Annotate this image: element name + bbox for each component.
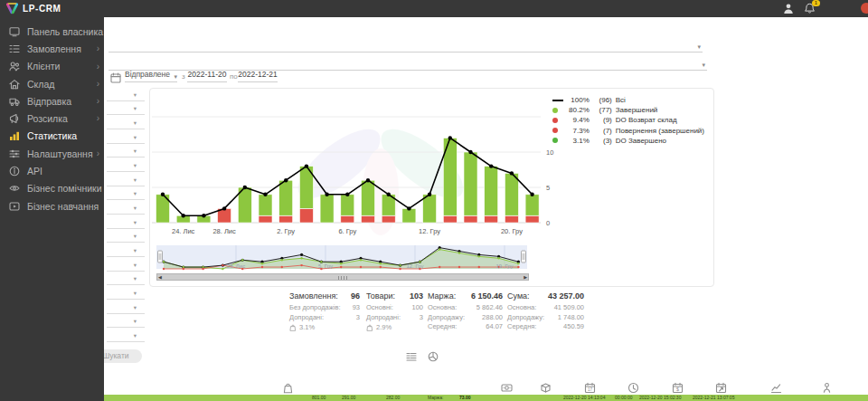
navigator-handle[interactable]	[158, 251, 163, 263]
stat-sub-label: Середня:	[428, 322, 457, 332]
calendar-paid-icon[interactable]: $	[672, 381, 684, 393]
sidebar-item-бізнес-помічники[interactable]: Бізнес помічники	[0, 180, 104, 197]
filter-select-2[interactable]: ▾	[108, 58, 707, 71]
money-icon[interactable]	[501, 381, 513, 393]
navigator-handle[interactable]	[522, 251, 526, 263]
left-filter-select[interactable]: ▾	[107, 87, 145, 101]
left-filter-select[interactable]: ▾	[107, 229, 145, 243]
user-icon[interactable]	[783, 3, 794, 14]
chevron-down-icon: ▾	[134, 134, 137, 141]
stat-column: Сума:43 257.00Основна:41 509.00Допродажу…	[507, 291, 584, 332]
legend-item[interactable]: 9.4%(9)DO Возврат склад	[552, 115, 704, 125]
scroll-left-icon[interactable]: ◀	[158, 273, 162, 281]
table-cell-text: 291.00	[342, 395, 355, 401]
date-type-select[interactable]: Відправлене▾	[125, 70, 177, 82]
app: { "topbar": { "brand": "LP-CRM", "notifi…	[0, 0, 868, 401]
left-filter-select[interactable]: ▾	[107, 186, 145, 201]
warehouse-icon	[9, 79, 20, 90]
table-cell-text: Маржа:	[428, 395, 443, 401]
to-label: по	[230, 72, 238, 81]
bag-icon[interactable]	[282, 381, 294, 393]
stat-sub-label: Без допродажів:	[289, 303, 341, 313]
left-filter-select[interactable]: ▾	[107, 272, 145, 286]
sidebar-item-api[interactable]: API	[0, 162, 104, 179]
filter-select-1[interactable]: ▾	[108, 40, 703, 53]
sidebar-item-відправка[interactable]: Відправка›	[0, 92, 104, 110]
legend-item[interactable]: 80.2%(77)Завершений	[552, 105, 704, 115]
package-icon[interactable]	[540, 381, 552, 393]
svg-text:24. Лис: 24. Лис	[172, 227, 195, 235]
stat-sub-value: 64.07	[486, 322, 503, 332]
date-from-input[interactable]: 2022-11-20	[187, 70, 227, 82]
avatar[interactable]	[861, 3, 868, 14]
sidebar-item-label: Статистика	[27, 130, 77, 141]
svg-text:6. Гру: 6. Гру	[338, 227, 356, 235]
pie-view-icon[interactable]	[428, 349, 439, 360]
chart-scrollbar[interactable]: ◀ ▶	[156, 273, 529, 281]
legend-item[interactable]: 3.1%(3)DO Завершено	[552, 136, 704, 146]
chevron-down-icon: ▾	[134, 275, 137, 282]
sidebar-item-розсилка[interactable]: Розсилка›	[0, 110, 104, 127]
chevron-right-icon: ›	[97, 79, 99, 89]
sidebar-menu: Панель власникаЗамовлення›Клієнти›Склад›…	[0, 23, 104, 215]
stat-sub-label: Основна:	[428, 303, 457, 313]
stat-sub-value: 288.00	[482, 313, 503, 323]
sidebar-item-клієнти[interactable]: Клієнти›	[0, 58, 104, 75]
calendar-created-icon[interactable]: 17	[584, 381, 596, 393]
left-filter-select[interactable]: ▾	[107, 243, 145, 257]
left-filter-select[interactable]: ▾	[107, 200, 145, 215]
svg-text:20. Гру: 20. Гру	[501, 227, 523, 235]
table-first-row[interactable]: 801.00291.00282.00Маржа:73.002022-12-20 …	[104, 395, 868, 401]
legend-line-symbol	[552, 100, 563, 101]
api-icon	[9, 166, 20, 177]
left-filter-select[interactable]: ▾	[107, 115, 145, 129]
lp-crm-logo-icon	[5, 2, 19, 15]
left-filter-select[interactable]: ▾	[107, 158, 145, 172]
scroll-right-icon[interactable]: ▶	[524, 273, 527, 281]
chart-edit-icon[interactable]	[770, 381, 782, 393]
sidebar-item-label: Відправка	[27, 96, 71, 107]
left-filter-select[interactable]: ▾	[107, 101, 145, 116]
date-to-input[interactable]: 2022-12-21	[238, 70, 278, 82]
chevron-right-icon: ›	[97, 62, 99, 72]
legend-count: (77)	[592, 106, 612, 114]
svg-text:$: $	[676, 387, 679, 392]
left-filter-select[interactable]: ▾	[107, 215, 145, 229]
stat-column: Замовлення:96Без допродажів:93Допродані:…	[289, 291, 360, 332]
chart-navigator[interactable]: 28. Лис5. Гру12. Гру19. Гру	[156, 243, 529, 272]
mailing-icon	[9, 113, 20, 124]
sidebar-item-замовлення[interactable]: Замовлення›	[0, 40, 104, 57]
legend-item[interactable]: 7.3%(7)Повернення (завершений)	[552, 126, 704, 136]
sidebar-item-склад[interactable]: Склад›	[0, 75, 104, 92]
left-filter-select[interactable]: ▾	[107, 172, 145, 186]
left-filter-select[interactable]: ▾	[107, 129, 145, 144]
sidebar-item-label: API	[27, 166, 42, 177]
chevron-right-icon: ›	[97, 148, 99, 158]
list-view-icon[interactable]	[406, 349, 417, 360]
left-filter-select[interactable]: ▾	[107, 144, 145, 158]
legend-percent: 80.2%	[566, 106, 590, 114]
svg-text:10: 10	[546, 148, 553, 157]
calendar-updated-icon[interactable]	[715, 381, 727, 393]
chevron-right-icon: ›	[97, 43, 99, 53]
sidebar-item-налаштування[interactable]: Налаштування›	[0, 145, 104, 162]
sidebar-item-панель-власника[interactable]: Панель власника	[0, 23, 104, 40]
chevron-down-icon: ▾	[702, 62, 705, 69]
chevron-down-icon: ▾	[134, 219, 137, 226]
sidebar-item-бізнес-навчання[interactable]: Бізнес навчання	[0, 197, 104, 215]
sidebar-item-label: Налаштування	[27, 148, 93, 159]
time-icon[interactable]	[627, 381, 639, 393]
chevron-right-icon: ›	[97, 96, 99, 106]
stat-title: Маржа:	[428, 291, 456, 303]
notification-badge[interactable]: 1	[812, 0, 820, 6]
sidebar-item-label: Замовлення	[27, 43, 81, 54]
sidebar-item-статистика[interactable]: Статистика	[0, 128, 104, 145]
chevron-down-icon: ▾	[134, 119, 137, 127]
left-filter-select[interactable]: ▾	[107, 257, 145, 272]
scrollbar-grip[interactable]	[338, 276, 347, 280]
org-icon[interactable]	[821, 381, 833, 393]
svg-text:17: 17	[588, 387, 593, 392]
legend-item[interactable]: 100%(96)Всі	[552, 95, 704, 105]
legend-count: (7)	[592, 127, 612, 135]
stat-percent: 3.1%	[299, 323, 315, 331]
